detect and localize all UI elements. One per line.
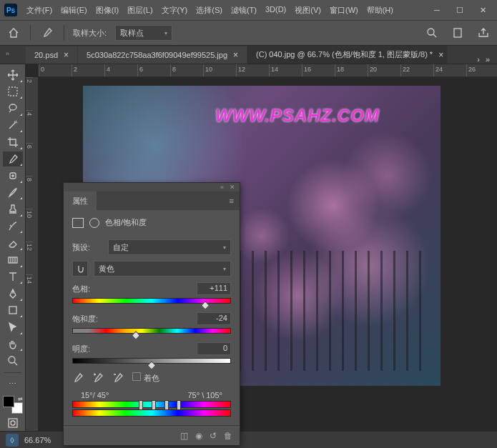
tab-overflow-icon[interactable]: » [486,55,490,64]
share-icon[interactable] [476,25,491,41]
menu-select[interactable]: 选择(S) [192,3,226,18]
adjustment-icon [72,218,84,228]
magic-wand-tool[interactable] [3,118,23,134]
document-tabs: » 20.psd× 5c030a822c758aa3f6f09049ef9952… [0,46,497,64]
range-right: 75° \ 105° [187,391,222,399]
vertical-ruler[interactable]: 2468101214 [26,77,39,431]
targeted-adjust-tool[interactable] [72,261,88,277]
brush-tool[interactable] [3,185,23,201]
hue-value[interactable]: +111 [197,282,231,295]
eyedropper-tool-icon[interactable] [39,25,55,41]
panel-close-icon[interactable]: ✕ [230,184,235,191]
colorize-label: 着色 [144,374,159,382]
tab-next-icon[interactable]: › [477,55,480,64]
eyedropper-subtract-icon[interactable] [112,372,124,384]
lightness-label: 明度: [72,344,90,354]
range-strip-bottom[interactable] [72,409,231,417]
tab-20-psd[interactable]: 20.psd× [26,46,77,64]
sample-size-select[interactable]: 取样点 ▾ [115,25,172,41]
tab-close-icon[interactable]: × [64,50,69,60]
chevron-down-icon: ▾ [223,266,226,272]
menu-window[interactable]: 窗口(W) [326,3,362,18]
clip-to-layer-icon[interactable]: ◫ [180,431,188,441]
pen-tool[interactable] [3,286,23,302]
mask-icon [89,218,99,228]
saturation-row: 饱和度:-24 [72,312,231,335]
zoom-level[interactable]: 66.67% [24,436,51,444]
edit-toolbar-icon[interactable]: ⋯ [3,377,23,392]
shape-tool[interactable] [3,303,23,319]
crop-tool[interactable] [3,134,23,150]
menu-file[interactable]: 文件(F) [23,3,56,18]
marquee-tool[interactable] [3,84,23,100]
history-brush-tool[interactable] [3,219,23,234]
range-marker[interactable] [164,400,169,410]
delete-icon[interactable]: 🗑 [224,431,232,441]
stamp-tool[interactable] [3,201,23,217]
hand-tool[interactable] [3,337,23,352]
menu-layer[interactable]: 图层(L) [124,3,156,18]
range-marker[interactable] [152,400,156,410]
eraser-tool[interactable] [3,235,23,251]
gradient-tool[interactable] [3,252,23,268]
eyedropper-add-icon[interactable] [92,372,104,384]
type-tool[interactable] [3,269,23,285]
swap-colors-icon[interactable]: ⇄ [18,396,23,402]
document-icon[interactable] [450,25,466,41]
expand-tabs-icon[interactable]: » [6,50,9,57]
tab-040-jpg[interactable]: (C) 040.jpg @ 66.7% (色相/饱和度 1, 图层蒙版/8) *… [247,46,448,64]
panel-menu-icon[interactable]: ≡ [224,196,240,205]
quickmask-icon[interactable] [3,415,23,431]
tab-close-icon[interactable]: × [438,50,443,60]
tab-nav: › » [470,55,497,64]
range-strip-top[interactable] [72,401,231,408]
lasso-tool[interactable] [3,101,23,116]
lightness-slider[interactable] [72,358,231,365]
menu-3d[interactable]: 3D(D) [262,3,290,18]
saturation-slider[interactable] [72,328,231,335]
range-marker[interactable] [177,400,181,410]
menu-type[interactable]: 文字(Y) [158,3,192,18]
preset-select[interactable]: 自定▾ [108,239,231,255]
separator [30,25,31,41]
panel-drag-bar[interactable]: « ✕ [64,183,240,191]
close-icon[interactable]: ✕ [477,6,488,15]
search-icon[interactable] [424,25,440,41]
path-select-tool[interactable] [3,319,23,335]
channel-select[interactable]: 黄色▾ [94,261,231,277]
view-previous-icon[interactable]: ◉ [195,431,202,441]
sample-size-label: 取样大小: [73,28,107,39]
healing-tool[interactable] [3,168,23,184]
range-marker[interactable] [139,400,143,410]
tab-close-icon[interactable]: × [233,50,238,60]
menu-image[interactable]: 图像(I) [92,3,122,18]
horizontal-ruler[interactable]: 0246810121416182022242628 [39,64,497,77]
home-icon[interactable] [6,25,21,41]
zoom-tool[interactable] [3,353,23,369]
menu-filter[interactable]: 滤镜(T) [227,3,260,18]
menu-view[interactable]: 视图(V) [291,3,325,18]
colorize-checkbox[interactable]: 着色 [132,372,159,384]
foreground-color[interactable] [3,396,14,407]
chevron-down-icon: ▾ [164,30,167,36]
move-tool[interactable] [3,67,23,83]
menu-help[interactable]: 帮助(H) [363,3,397,18]
properties-tab[interactable]: 属性 [64,191,97,210]
minimize-icon[interactable]: ─ [431,6,443,15]
eyedropper-icon[interactable] [72,372,84,384]
panel-body: 色相/饱和度 预设: 自定▾ 黄色▾ 色相:+111 饱和度:-24 明度:0 … [64,210,240,425]
hue-slider[interactable] [72,298,231,305]
svg-point-3 [9,104,16,110]
maximize-icon[interactable]: ☐ [454,6,466,15]
quickmask-toggle[interactable]: ◊ [6,434,19,447]
color-swatches[interactable]: ⇄ [3,396,23,414]
svg-rect-6 [9,307,16,314]
options-bar: 取样大小: 取样点 ▾ [0,20,497,46]
menu-edit[interactable]: 编辑(E) [57,3,91,18]
reset-icon[interactable]: ↺ [210,431,217,441]
eyedropper-tool[interactable] [3,151,23,167]
saturation-value[interactable]: -24 [197,312,231,325]
collapse-icon[interactable]: « [220,184,224,191]
tab-longname-jpg[interactable]: 5c030a822c758aa3f6f09049ef99525.jpg× [78,46,247,64]
lightness-value[interactable]: 0 [197,342,231,355]
